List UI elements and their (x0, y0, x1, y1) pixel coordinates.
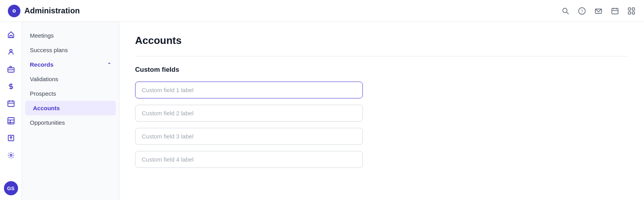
custom-field-1-input[interactable] (135, 82, 363, 98)
sidebar-icon-table[interactable] (3, 113, 19, 129)
nav-sidebar: Meetings Success plans Records ⌃ Validat… (22, 22, 119, 200)
chevron-up-icon: ⌃ (107, 62, 111, 67)
sidebar-icon-dollar[interactable] (3, 78, 19, 94)
sidebar-item-validations[interactable]: Validations (22, 72, 119, 86)
custom-fields-list (135, 82, 363, 168)
svg-point-17 (10, 49, 12, 52)
logo: Administration (8, 5, 80, 17)
sidebar-icon-users[interactable] (3, 44, 19, 60)
prospects-label: Prospects (30, 90, 56, 97)
mail-icon[interactable] (594, 6, 603, 16)
svg-rect-13 (632, 8, 635, 10)
sidebar-icon-upload[interactable] (3, 130, 19, 146)
meetings-label: Meetings (30, 32, 54, 39)
sidebar-item-prospects[interactable]: Prospects (22, 86, 119, 101)
icon-sidebar: GS (0, 22, 22, 200)
header-icons: ? (561, 6, 636, 16)
sidebar-item-accounts[interactable]: Accounts (25, 101, 116, 115)
svg-point-3 (563, 8, 567, 13)
user-avatar[interactable]: GS (4, 181, 18, 195)
svg-point-2 (13, 10, 15, 12)
sidebar-bottom: GS (4, 181, 18, 195)
sidebar-item-records[interactable]: Records ⌃ (22, 57, 119, 72)
logo-icon (8, 5, 20, 17)
svg-rect-25 (8, 118, 14, 124)
accounts-label: Accounts (33, 105, 60, 111)
grid-icon[interactable] (627, 6, 636, 16)
help-icon[interactable]: ? (577, 6, 587, 16)
success-plans-label: Success plans (30, 47, 68, 53)
sidebar-icon-settings[interactable] (3, 147, 19, 163)
header: Administration ? (0, 0, 644, 22)
sidebar-icon-home[interactable] (3, 27, 19, 42)
custom-fields-title: Custom fields (135, 66, 628, 74)
page-title: Accounts (135, 35, 628, 47)
svg-text:?: ? (581, 9, 583, 13)
header-title: Administration (24, 6, 80, 15)
main-content: Accounts Custom fields (119, 22, 644, 200)
sidebar-item-success-plans[interactable]: Success plans (22, 43, 119, 57)
svg-rect-14 (628, 12, 631, 14)
layout: GS Meetings Success plans Records ⌃ Vali… (0, 22, 644, 200)
svg-rect-16 (10, 35, 12, 38)
opportunities-label: Opportunities (30, 119, 65, 126)
search-icon[interactable] (561, 6, 570, 16)
divider (135, 56, 628, 56)
svg-rect-21 (8, 101, 14, 107)
calendar-icon[interactable] (610, 6, 620, 16)
svg-rect-12 (628, 8, 631, 10)
svg-point-31 (10, 155, 12, 156)
sidebar-icon-briefcase[interactable] (3, 61, 19, 77)
custom-field-4-input[interactable] (135, 151, 363, 168)
validations-label: Validations (30, 76, 58, 82)
custom-field-3-input[interactable] (135, 128, 363, 145)
svg-rect-15 (632, 12, 635, 14)
custom-field-2-input[interactable] (135, 105, 363, 122)
records-label: Records (30, 61, 53, 68)
svg-rect-8 (612, 8, 618, 14)
sidebar-item-opportunities[interactable]: Opportunities (22, 115, 119, 130)
svg-line-4 (567, 12, 569, 14)
sidebar-icon-calendar[interactable] (3, 96, 19, 111)
sidebar-item-meetings[interactable]: Meetings (22, 28, 119, 43)
